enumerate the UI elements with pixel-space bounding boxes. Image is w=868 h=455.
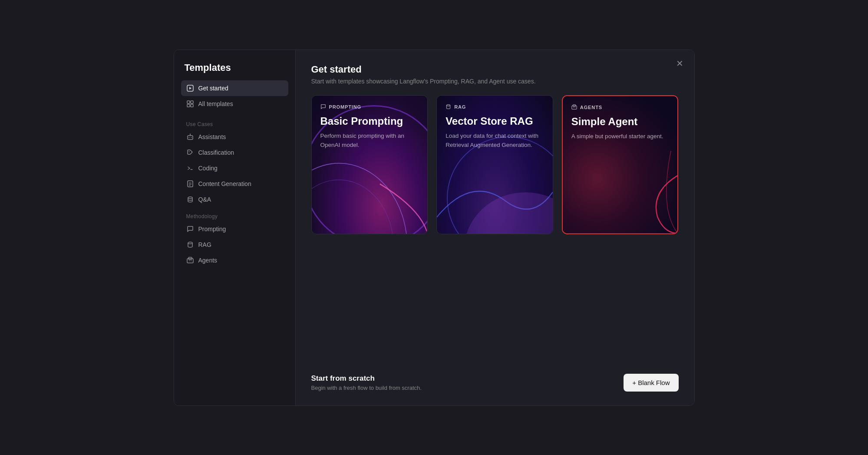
close-button[interactable]: ✕ — [673, 57, 686, 70]
modal: ✕ Templates Get started All templates Us… — [174, 50, 695, 406]
svg-point-10 — [190, 133, 191, 134]
scratch-subheading: Begin with a fresh flow to build from sc… — [311, 385, 422, 391]
scratch-section: Start from scratch Begin with a fresh fl… — [311, 367, 679, 392]
main-header: Get started Start with templates showcas… — [311, 64, 679, 85]
scratch-heading: Start from scratch — [311, 374, 422, 383]
sidebar-item-coding[interactable]: Coding — [181, 160, 288, 176]
svg-point-22 — [191, 260, 191, 261]
sidebar-item-label: Coding — [198, 165, 218, 172]
sidebar-section-label: Use Cases — [181, 115, 288, 129]
sidebar-item-label: Assistants — [198, 133, 226, 140]
cylinder-icon — [186, 241, 194, 249]
badge-label: AGENTS — [580, 105, 602, 110]
svg-rect-2 — [187, 101, 190, 103]
svg-rect-3 — [191, 101, 193, 103]
sidebar: Templates Get started All templates Use … — [174, 50, 296, 405]
badge-label: PROMPTING — [329, 104, 362, 110]
svg-rect-13 — [188, 181, 193, 187]
sidebar-item-prompting[interactable]: Prompting — [181, 221, 288, 237]
template-card-simple-agent[interactable]: AGENTS Simple Agent A simple but powerfu… — [562, 95, 679, 234]
sidebar-item-content-generation[interactable]: Content Generation — [181, 176, 288, 192]
terminal-icon — [186, 164, 194, 172]
svg-point-26 — [447, 104, 450, 106]
sidebar-item-classification[interactable]: Classification — [181, 145, 288, 160]
sidebar-item-label: Q&A — [198, 196, 211, 203]
svg-rect-5 — [191, 104, 193, 107]
card-description: A simple but powerful starter agent. — [571, 132, 669, 141]
sidebar-item-label: Classification — [198, 149, 234, 156]
svg-point-7 — [188, 137, 189, 138]
db-icon — [186, 196, 194, 203]
svg-point-30 — [574, 107, 575, 108]
card-badge: RAG — [446, 104, 466, 110]
blank-flow-button[interactable]: + Blank Flow — [624, 374, 678, 392]
sidebar-section-label: Methodology — [181, 207, 288, 221]
card-title: Basic Prompting — [320, 115, 419, 128]
file-icon — [186, 180, 194, 188]
badge-icon — [571, 104, 578, 110]
template-card-vector-store-rag[interactable]: RAG Vector Store RAG Load your data for … — [436, 95, 553, 234]
svg-rect-6 — [188, 136, 193, 139]
agent-icon — [186, 256, 194, 264]
sidebar-item-label: RAG — [198, 241, 211, 248]
tag-icon — [186, 149, 194, 156]
card-badge: PROMPTING — [320, 104, 362, 110]
sidebar-item-all-templates[interactable]: All templates — [181, 96, 288, 112]
badge-icon — [320, 104, 327, 110]
sidebar-item-qa[interactable]: Q&A — [181, 192, 288, 207]
sidebar-item-assistants[interactable]: Assistants — [181, 129, 288, 145]
template-card-basic-prompting[interactable]: PROMPTING Basic Prompting Perform basic … — [311, 95, 428, 234]
blank-flow-label: + Blank Flow — [632, 379, 670, 386]
scratch-text: Start from scratch Begin with a fresh fl… — [311, 374, 422, 391]
svg-marker-1 — [189, 87, 191, 90]
svg-point-29 — [573, 107, 574, 108]
svg-point-17 — [188, 197, 192, 199]
bot-icon — [186, 133, 194, 141]
svg-point-18 — [188, 242, 192, 244]
sidebar-title: Templates — [181, 62, 288, 73]
sidebar-item-label: Prompting — [198, 226, 226, 232]
chat-icon — [186, 225, 194, 233]
play-icon — [186, 84, 194, 92]
card-title: Vector Store RAG — [446, 115, 544, 128]
main-content: Get started Start with templates showcas… — [296, 50, 694, 405]
svg-point-21 — [189, 260, 190, 261]
sidebar-item-label: All templates — [198, 100, 233, 107]
sidebar-item-label: Agents — [198, 257, 218, 264]
sidebar-item-label: Get started — [198, 85, 228, 92]
svg-rect-4 — [187, 104, 190, 107]
card-description: Load your data for chat context with Ret… — [446, 132, 544, 149]
sidebar-item-label: Content Generation — [198, 180, 251, 187]
svg-point-8 — [191, 137, 191, 138]
sidebar-item-rag[interactable]: RAG — [181, 237, 288, 252]
card-badge: AGENTS — [571, 104, 602, 110]
templates-grid: PROMPTING Basic Prompting Perform basic … — [311, 95, 679, 234]
card-description: Perform basic prompting with an OpenAI m… — [320, 132, 419, 149]
card-title: Simple Agent — [571, 116, 669, 128]
sidebar-item-get-started[interactable]: Get started — [181, 80, 288, 96]
badge-icon — [446, 104, 452, 110]
grid-icon — [186, 100, 194, 108]
page-subtitle: Start with templates showcasing Langflow… — [311, 78, 679, 85]
sidebar-item-agents[interactable]: Agents — [181, 252, 288, 268]
svg-point-11 — [188, 151, 189, 152]
page-title: Get started — [311, 64, 679, 75]
badge-label: RAG — [454, 104, 466, 110]
